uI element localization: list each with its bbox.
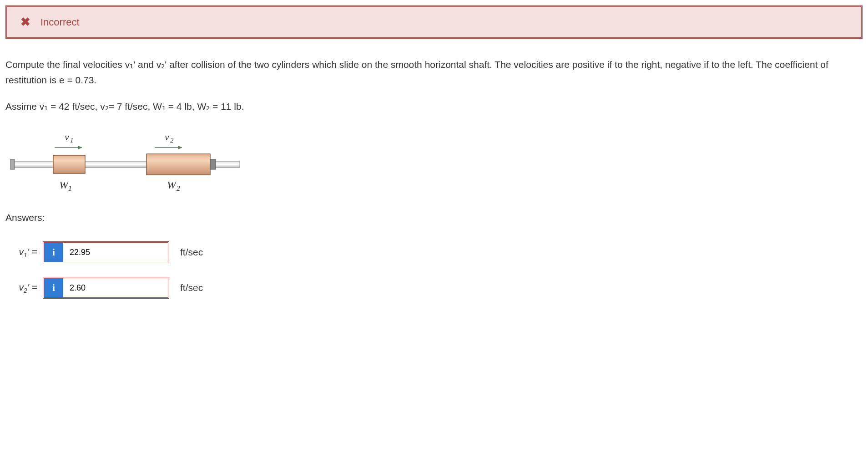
- problem-statement: Compute the final velocities v₁' and v₂'…: [5, 57, 863, 87]
- svg-text:W: W: [59, 179, 69, 191]
- answer-row-v1: v1' = i ft/sec: [5, 241, 863, 263]
- svg-text:v: v: [165, 131, 169, 143]
- incorrect-icon: ✖: [20, 15, 30, 29]
- svg-rect-9: [10, 159, 15, 169]
- answer-row-v2: v2' = i ft/sec: [5, 277, 863, 299]
- unit-v1: ft/sec: [180, 247, 203, 258]
- svg-text:2: 2: [177, 184, 180, 192]
- input-wrapper-v2: i: [43, 277, 169, 299]
- svg-marker-7: [178, 146, 182, 149]
- svg-text:W: W: [167, 179, 177, 191]
- feedback-text: Incorrect: [40, 16, 80, 28]
- unit-v2: ft/sec: [180, 282, 203, 293]
- answer-label-v2: v2' =: [5, 282, 37, 294]
- answer-label-v1: v1' =: [5, 246, 37, 259]
- svg-rect-11: [146, 154, 210, 175]
- answer-input-v2[interactable]: [63, 278, 168, 297]
- problem-line-1: Compute the final velocities v₁' and v₂'…: [5, 57, 863, 87]
- problem-line-2: Assime v₁ = 42 ft/sec, v₂= 7 ft/sec, W₁ …: [5, 101, 863, 112]
- problem-assumptions: Assime v₁ = 42 ft/sec, v₂= 7 ft/sec, W₁ …: [5, 101, 863, 112]
- input-wrapper-v1: i: [43, 241, 169, 263]
- svg-marker-3: [78, 146, 82, 149]
- answers-heading: Answers:: [5, 212, 863, 223]
- feedback-banner: ✖ Incorrect: [5, 5, 863, 39]
- svg-rect-10: [53, 155, 85, 173]
- svg-rect-12: [210, 159, 216, 169]
- info-button-v2[interactable]: i: [44, 278, 63, 297]
- info-button-v1[interactable]: i: [44, 243, 63, 262]
- svg-text:2: 2: [170, 137, 174, 144]
- cylinder-diagram: v 1 v 2: [10, 130, 242, 194]
- svg-text:1: 1: [70, 137, 74, 144]
- answer-input-v1[interactable]: [63, 243, 168, 262]
- svg-text:1: 1: [68, 184, 72, 192]
- svg-text:v: v: [65, 131, 69, 143]
